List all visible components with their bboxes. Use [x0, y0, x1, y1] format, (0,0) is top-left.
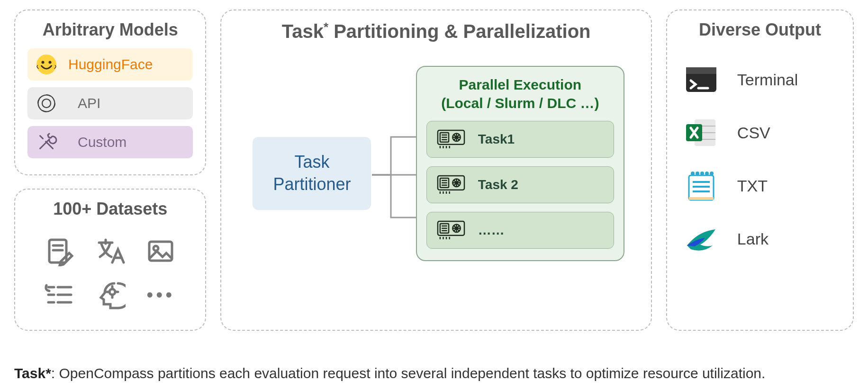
translate-icon [95, 236, 126, 266]
svg-point-54 [696, 172, 699, 175]
hugging-face-icon [35, 53, 58, 76]
output-title: Diverse Output [679, 20, 841, 40]
exec-title-line2: (Local / Slurm / DLC …) [426, 94, 614, 112]
left-column: Arbitrary Models HuggingFace API Custom [14, 9, 206, 331]
output-list: Terminal CSV TXT Lark [679, 48, 841, 270]
title-prefix: Task [282, 21, 324, 42]
head-brain-icon [95, 280, 126, 310]
image-icon [145, 236, 176, 266]
svg-rect-52 [689, 197, 714, 200]
output-label: CSV [737, 124, 770, 142]
task-partitioner-box: Task Partitioner [253, 137, 371, 210]
svg-point-3 [42, 99, 51, 108]
list-icon [45, 280, 75, 310]
output-label: Lark [737, 230, 769, 248]
gpu-icon [435, 173, 467, 196]
svg-point-0 [36, 54, 56, 74]
tools-icon [35, 131, 58, 154]
svg-point-1 [42, 61, 45, 64]
center-box: Task* Partitioning & Parallelization Tas… [220, 9, 651, 331]
notepad-icon [684, 169, 718, 203]
more-dots-icon: ••• [146, 284, 175, 306]
task-label: Task1 [478, 132, 515, 147]
arbitrary-models-box: Arbitrary Models HuggingFace API Custom [14, 9, 206, 175]
datasets-box: 100+ Datasets ••• [14, 189, 206, 331]
task-label: Task 2 [478, 177, 518, 192]
exec-title: Parallel Execution (Local / Slurm / DLC … [426, 75, 614, 112]
exec-title-line1: Parallel Execution [426, 75, 614, 94]
model-label: API [68, 95, 185, 111]
svg-point-56 [705, 172, 709, 175]
right-output-box: Diverse Output Terminal CSV TXT Lark [666, 9, 854, 331]
footnote-text: : OpenCompass partitions each evaluation… [51, 365, 766, 381]
task-row: Task 2 [426, 166, 614, 203]
datasets-icon-grid: ••• [27, 227, 193, 314]
model-label: Custom [68, 134, 185, 150]
svg-point-8 [154, 246, 158, 251]
openai-icon [35, 92, 58, 115]
terminal-icon [684, 63, 718, 97]
task-label: …… [478, 223, 505, 238]
output-label: Terminal [737, 71, 798, 89]
output-item-txt: TXT [684, 169, 836, 203]
models-title: Arbitrary Models [27, 20, 193, 40]
title-sup: * [324, 20, 328, 34]
partitioner-line1: Task [266, 151, 358, 173]
footnote: Task*: OpenCompass partitions each evalu… [14, 365, 765, 381]
gpu-icon [435, 219, 467, 242]
model-custom: Custom [27, 126, 193, 158]
footnote-bold: Task* [14, 365, 51, 381]
document-edit-icon [45, 236, 75, 266]
parallel-execution-box: Parallel Execution (Local / Slurm / DLC … [416, 66, 624, 261]
task-row: Task1 [426, 121, 614, 158]
svg-point-53 [691, 172, 695, 175]
gpu-icon [435, 128, 467, 151]
svg-point-55 [700, 172, 704, 175]
model-api: API [27, 87, 193, 119]
output-item-csv: CSV [684, 116, 836, 150]
svg-point-57 [710, 172, 714, 175]
task-row: …… [426, 212, 614, 249]
svg-point-2 [49, 61, 52, 64]
output-item-terminal: Terminal [684, 63, 836, 97]
partitioner-line2: Partitioner [266, 173, 358, 196]
center-body: Task Partitioner Parallel Execution (Loc… [234, 61, 638, 289]
output-item-lark: Lark [684, 222, 836, 256]
title-suffix: Partitioning & Parallelization [328, 21, 590, 42]
svg-rect-44 [686, 67, 716, 74]
model-label: HuggingFace [68, 56, 185, 73]
excel-icon [684, 116, 718, 150]
svg-rect-7 [149, 242, 172, 261]
datasets-title: 100+ Datasets [27, 199, 193, 219]
output-label: TXT [737, 177, 768, 195]
lark-icon [684, 222, 718, 256]
center-title: Task* Partitioning & Parallelization [234, 20, 638, 42]
model-huggingface: HuggingFace [27, 48, 193, 81]
